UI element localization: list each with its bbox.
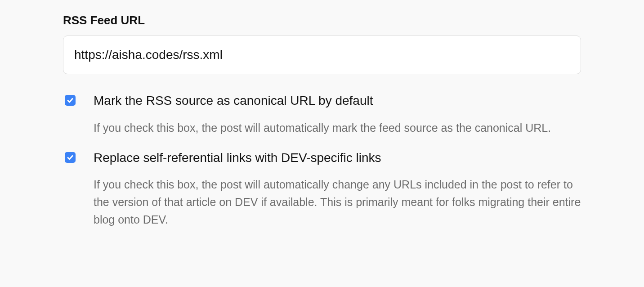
replace-links-checkbox-wrap	[65, 149, 76, 163]
canonical-checkbox-wrap	[65, 92, 76, 106]
replace-links-checkbox[interactable]	[65, 152, 76, 163]
replace-links-description: If you check this box, the post will aut…	[94, 176, 581, 228]
canonical-label: Mark the RSS source as canonical URL by …	[94, 92, 581, 109]
canonical-description: If you check this box, the post will aut…	[94, 119, 581, 137]
rss-url-label: RSS Feed URL	[63, 13, 581, 27]
replace-links-content: Replace self-referential links with DEV-…	[94, 149, 581, 229]
check-icon	[67, 97, 74, 104]
canonical-content: Mark the RSS source as canonical URL by …	[94, 92, 581, 137]
replace-links-label: Replace self-referential links with DEV-…	[94, 149, 581, 166]
canonical-checkbox[interactable]	[65, 95, 76, 106]
check-icon	[67, 154, 74, 161]
rss-url-input[interactable]	[63, 36, 581, 74]
canonical-option-row: Mark the RSS source as canonical URL by …	[63, 92, 581, 137]
rss-settings-form: RSS Feed URL Mark the RSS source as cano…	[63, 13, 581, 241]
replace-links-option-row: Replace self-referential links with DEV-…	[63, 149, 581, 229]
